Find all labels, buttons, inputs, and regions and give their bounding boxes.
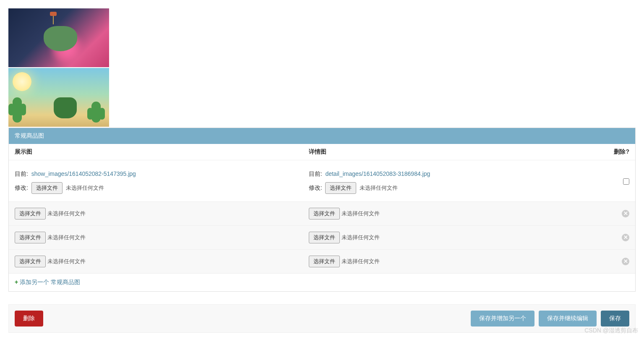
file-status: 未选择任何文件	[342, 234, 380, 240]
column-header-show: 展示图	[9, 144, 303, 160]
current-label: 目前:	[309, 170, 322, 177]
change-label: 修改:	[309, 184, 322, 191]
inline-section: 常规商品图 展示图 详情图 删除? 目前: show_images/161405…	[8, 128, 636, 292]
thumbnail-image-1	[8, 8, 109, 67]
choose-file-button[interactable]: 选择文件	[309, 208, 340, 219]
choose-file-button[interactable]: 选择文件	[325, 182, 356, 194]
change-label: 修改:	[15, 184, 28, 191]
thumbnail-image-2	[8, 68, 109, 127]
file-status: 未选择任何文件	[47, 258, 86, 264]
submit-row: 删除 保存并增加另一个 保存并继续编辑 保存	[8, 304, 636, 333]
detail-image-link[interactable]: detail_images/1614052083-3186984.jpg	[325, 170, 430, 177]
remove-row-icon[interactable]: ✕	[622, 210, 629, 217]
file-status: 未选择任何文件	[342, 258, 380, 264]
choose-file-button[interactable]: 选择文件	[15, 232, 46, 243]
current-label: 目前:	[15, 170, 28, 177]
file-status: 未选择任何文件	[342, 210, 380, 217]
choose-file-button[interactable]: 选择文件	[15, 256, 46, 267]
file-status: 未选择任何文件	[66, 185, 104, 191]
save-add-another-button[interactable]: 保存并增加另一个	[471, 311, 534, 327]
choose-file-button[interactable]: 选择文件	[309, 256, 340, 267]
choose-file-button[interactable]: 选择文件	[15, 208, 46, 219]
save-continue-button[interactable]: 保存并继续编辑	[539, 311, 597, 327]
inline-row-existing: 目前: show_images/1614052082-5147395.jpg 修…	[9, 160, 635, 202]
column-header-detail: 详情图	[303, 144, 597, 160]
inline-row-empty: 选择文件未选择任何文件选择文件未选择任何文件✕	[9, 202, 635, 226]
section-header: 常规商品图	[9, 128, 635, 144]
file-status: 未选择任何文件	[47, 210, 86, 217]
choose-file-button[interactable]: 选择文件	[309, 232, 340, 243]
file-status: 未选择任何文件	[360, 185, 398, 191]
choose-file-button[interactable]: 选择文件	[31, 182, 63, 194]
delete-checkbox[interactable]	[623, 178, 629, 185]
save-button[interactable]: 保存	[601, 311, 629, 327]
plus-icon: +	[15, 279, 18, 285]
inline-row-empty: 选择文件未选择任何文件选择文件未选择任何文件✕	[9, 226, 635, 250]
inline-row-empty: 选择文件未选择任何文件选择文件未选择任何文件✕	[9, 250, 635, 274]
watermark: CSDN @湿透剪自布	[584, 327, 638, 334]
remove-row-icon[interactable]: ✕	[622, 234, 629, 241]
file-status: 未选择任何文件	[47, 234, 86, 240]
add-another-text: 添加另一个 常规商品图	[20, 279, 80, 285]
remove-row-icon[interactable]: ✕	[622, 258, 629, 265]
add-another-link[interactable]: +添加另一个 常规商品图	[15, 279, 80, 285]
column-header-delete: 删除?	[597, 144, 635, 160]
show-image-link[interactable]: show_images/1614052082-5147395.jpg	[31, 170, 136, 177]
delete-button[interactable]: 删除	[15, 311, 43, 327]
